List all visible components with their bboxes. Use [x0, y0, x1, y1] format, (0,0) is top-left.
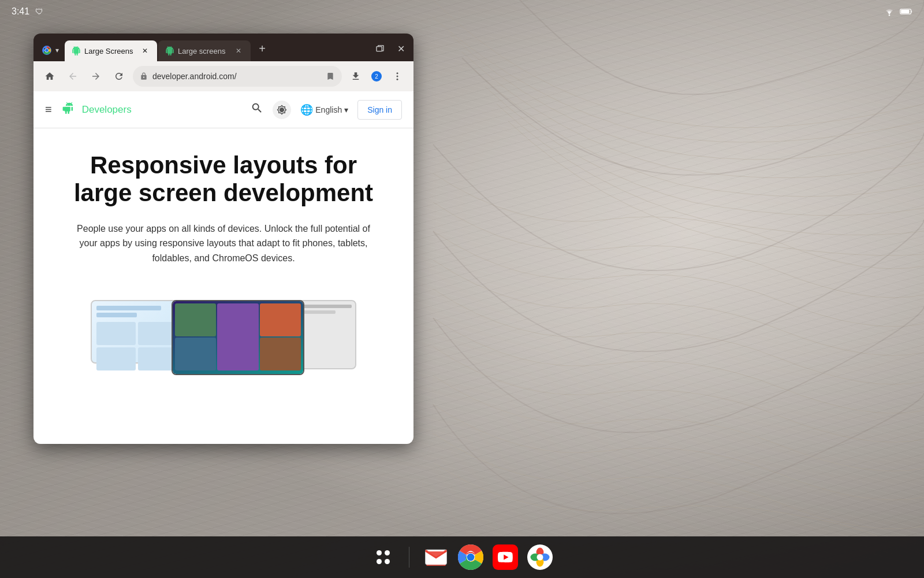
svg-point-1: [889, 14, 891, 16]
device-grid: [96, 322, 177, 370]
youtube-icon: [493, 544, 518, 570]
refresh-button[interactable]: [110, 67, 128, 86]
tab-1-active[interactable]: Large Screens ✕: [65, 40, 157, 61]
address-bar[interactable]: developer.android.com/: [133, 66, 342, 87]
language-dropdown-icon: ▾: [344, 105, 348, 114]
taskbar-chrome-button[interactable]: [456, 542, 486, 572]
center-cell-1: [175, 303, 216, 336]
svg-rect-4: [911, 10, 912, 12]
grid-item-3: [96, 347, 136, 370]
launcher-dots-grid: [377, 550, 390, 564]
dev-site-header: ≡ Developers: [33, 91, 413, 128]
tab-bar-dropdown-icon[interactable]: ▾: [55, 46, 59, 54]
restore-window-button[interactable]: [372, 40, 388, 57]
device-right-row-1: [297, 305, 352, 308]
svg-rect-3: [901, 10, 909, 13]
device-row-2: [96, 313, 137, 317]
nav-right-actions: 2: [346, 67, 407, 86]
web-content: ≡ Developers: [33, 91, 413, 444]
device-thumb-center: [172, 300, 304, 375]
back-button[interactable]: [64, 67, 82, 86]
device-center-content: [173, 301, 303, 374]
taskbar-apps: [370, 542, 555, 572]
window-controls: ✕: [372, 40, 409, 61]
status-bar-left: 3:41 🛡: [12, 6, 43, 17]
dev-logo[interactable]: Developers: [61, 102, 132, 118]
device-thumb-left: [91, 300, 183, 364]
sign-in-button[interactable]: Sign in: [357, 100, 402, 120]
tab-count-badge: 2: [371, 71, 382, 81]
forward-button[interactable]: [87, 67, 105, 86]
new-tab-button[interactable]: +: [254, 40, 270, 57]
tab-1-close[interactable]: ✕: [140, 46, 150, 56]
svg-point-11: [397, 79, 398, 80]
language-selector[interactable]: 🌐 English ▾: [300, 103, 348, 116]
device-inner-left: [92, 301, 182, 375]
taskbar-youtube-button[interactable]: [490, 542, 520, 572]
tab-actions: +: [254, 40, 270, 61]
battery-icon: [900, 8, 912, 16]
tab-2-inactive[interactable]: Large screens ✕: [158, 40, 251, 61]
status-bar-icons: [884, 7, 912, 16]
taskbar-photos-button[interactable]: [525, 542, 555, 572]
svg-point-7: [45, 49, 49, 52]
center-cell-4: [175, 338, 216, 370]
home-button[interactable]: [40, 67, 59, 86]
tab-2-close[interactable]: ✕: [233, 46, 244, 56]
hero-section: Responsive layouts for large screen deve…: [33, 128, 413, 294]
hamburger-menu[interactable]: ≡: [45, 103, 52, 116]
bookmark-icon[interactable]: [326, 72, 335, 81]
grid-item-1: [96, 322, 136, 345]
photos-icon: [527, 544, 553, 570]
dev-search-button[interactable]: [251, 102, 263, 117]
svg-point-9: [397, 72, 398, 74]
dev-logo-text: Developers: [82, 104, 132, 116]
gmail-icon: [423, 544, 449, 570]
taskbar: [0, 536, 924, 578]
globe-icon: 🌐: [300, 103, 313, 116]
security-icon: [140, 72, 148, 80]
wifi-icon: [884, 7, 895, 16]
taskbar-divider: [409, 547, 409, 568]
tab-1-label: Large Screens: [84, 47, 136, 55]
center-cell-3: [260, 303, 301, 336]
taskbar-gmail-button[interactable]: [421, 542, 451, 572]
nav-bar: developer.android.com/ 2: [33, 61, 413, 91]
launcher-dot-4: [385, 559, 390, 564]
address-url: developer.android.com/: [152, 72, 321, 81]
chrome-taskbar-icon: [458, 544, 483, 570]
center-cell-5: [260, 338, 301, 370]
status-bar: 3:41 🛡: [0, 0, 924, 23]
hero-title: Responsive layouts for large screen deve…: [68, 151, 379, 208]
tab-bar: ▾ Large Screens ✕ Large screens ✕ +: [33, 34, 413, 61]
tab-count-button[interactable]: 2: [367, 67, 386, 86]
center-cell-2: [217, 303, 258, 370]
hero-description: People use your apps on all kinds of dev…: [73, 221, 374, 266]
svg-point-10: [397, 76, 398, 77]
tab-2-favicon: [165, 46, 174, 55]
vpn-icon: 🛡: [35, 7, 43, 16]
close-window-button[interactable]: ✕: [393, 40, 409, 57]
svg-point-27: [536, 554, 543, 561]
tab-2-label: Large screens: [178, 47, 230, 55]
android-developers-logo: [61, 102, 77, 118]
dev-brightness-button[interactable]: [273, 101, 291, 119]
status-time: 3:41: [12, 6, 29, 17]
language-label: English: [315, 105, 342, 114]
launcher-dot-1: [377, 550, 382, 555]
download-button[interactable]: [346, 67, 365, 86]
launcher-dot-2: [385, 550, 390, 555]
device-row-1: [96, 306, 161, 310]
menu-button[interactable]: [388, 67, 407, 86]
device-showcase: [33, 294, 413, 375]
browser-window: ▾ Large Screens ✕ Large screens ✕ +: [33, 34, 413, 444]
svg-point-19: [467, 554, 474, 561]
app-launcher-button[interactable]: [370, 543, 397, 571]
svg-rect-8: [377, 47, 382, 51]
chrome-logo-icon: [40, 44, 53, 57]
chrome-logo-area[interactable]: ▾: [38, 44, 64, 61]
tab-1-favicon: [72, 46, 81, 55]
launcher-dot-3: [377, 559, 382, 564]
